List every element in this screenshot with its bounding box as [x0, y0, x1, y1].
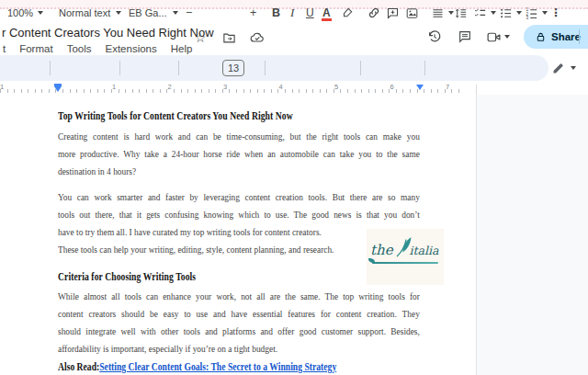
comment-history-icon[interactable]: [455, 27, 475, 47]
toolbar-separator: [265, 61, 266, 75]
toolbar-separator: [50, 61, 51, 75]
bulleted-list-icon: [499, 6, 513, 20]
cloud-saved-icon[interactable]: [247, 28, 267, 48]
chevron-down-icon: [116, 11, 121, 15]
image-icon: [405, 6, 419, 20]
ruler: 1 1234567: [0, 83, 588, 95]
plus-icon: +: [250, 6, 256, 19]
add-comment-icon: [386, 6, 400, 20]
document-canvas-background: [476, 95, 588, 375]
bulleted-list-button[interactable]: [499, 0, 522, 26]
checklist-button[interactable]: [473, 0, 496, 26]
doc-heading-1: Top Writing Tools for Content Creators Y…: [58, 108, 420, 125]
move-folder-icon[interactable]: [219, 28, 239, 48]
toolbar: [0, 55, 548, 81]
line-spacing-button[interactable]: [454, 0, 468, 26]
chevron-down-icon: [571, 66, 576, 70]
minus-icon: −: [186, 6, 192, 19]
chevron-down-icon: [491, 11, 496, 15]
italic-icon: I: [290, 6, 294, 20]
edit-pen-icon: [551, 62, 565, 75]
also-read-link[interactable]: Setting Clear Content Goals: The Secret …: [99, 361, 336, 372]
meet-video-icon[interactable]: [485, 27, 511, 47]
ruler-number: 1: [112, 83, 116, 91]
editing-mode-select[interactable]: [551, 55, 576, 81]
logo-wordmark: the italia: [370, 236, 439, 256]
more-options-button[interactable]: ⋮: [550, 0, 561, 26]
ruler-number: 4: [279, 83, 283, 91]
logo-word-the: the: [370, 244, 393, 256]
numbered-list-button[interactable]: 123: [525, 0, 548, 26]
bold-button[interactable]: B: [272, 0, 280, 26]
more-vertical-icon: ⋮: [550, 6, 561, 19]
doc-line: should integrate well with other tools a…: [58, 323, 420, 340]
doc-line: affordability is important, especially i…: [58, 340, 420, 358]
ruler-number: 3: [223, 83, 227, 91]
ruler-number: 6: [390, 83, 394, 91]
add-comment-button[interactable]: [386, 0, 400, 26]
ruler-number: 2: [168, 83, 172, 91]
left-indent-marker[interactable]: [54, 84, 62, 92]
share-button-label: Share: [551, 31, 581, 42]
text-color-button[interactable]: A: [322, 0, 331, 26]
also-read-label: Also Read:: [58, 361, 99, 372]
toolbar-separator: [119, 61, 120, 75]
underline-icon: U: [306, 6, 314, 19]
font-size-increase-button[interactable]: +: [250, 0, 256, 26]
version-history-icon[interactable]: [424, 27, 445, 47]
toolbar-separator: [424, 61, 425, 75]
chevron-down-icon: [173, 11, 178, 15]
page-edge-line: [476, 85, 477, 95]
menu-item-format[interactable]: Format: [19, 43, 52, 54]
doc-line: tools out there, that it gets confusing …: [58, 206, 420, 223]
menu-item-t[interactable]: t: [3, 43, 6, 54]
align-button[interactable]: [431, 0, 454, 26]
underline-button[interactable]: U: [306, 0, 314, 26]
svg-text:3: 3: [526, 16, 529, 20]
paragraph-style-select[interactable]: Normal text: [59, 0, 121, 26]
font-size-input[interactable]: 13: [222, 60, 244, 76]
chevron-down-icon: [542, 11, 548, 15]
menu-item-help[interactable]: Help: [171, 43, 193, 54]
doc-heading-2: Criteria for Choosing Writing Tools: [58, 268, 420, 286]
highlight-color-button[interactable]: [341, 0, 354, 26]
logo-underline: [372, 262, 438, 264]
ruler-number: 7: [446, 83, 449, 91]
document-page[interactable]: Top Writing Tools for Content Creators Y…: [0, 95, 476, 375]
doc-line: destination in 4 hours?: [58, 163, 420, 180]
doc-line: have to try them all. I have curated my …: [58, 223, 420, 241]
vitalia-logo-image[interactable]: the italia: [367, 229, 444, 285]
document-title[interactable]: r Content Creators You Need Right Now: [2, 26, 214, 40]
ruler-ticks: [0, 89, 464, 93]
menu-item-tools[interactable]: Tools: [67, 43, 92, 54]
doc-line: Creating content is hard work and can be…: [58, 128, 420, 145]
ruler-number-partial: 1: [0, 83, 4, 91]
title-action-icons: ☆: [190, 28, 267, 48]
text-color-icon: A: [322, 7, 331, 18]
italic-button[interactable]: I: [290, 0, 294, 26]
insert-image-button[interactable]: [405, 0, 419, 26]
share-button[interactable]: Share: [524, 25, 588, 49]
line-spacing-icon: [454, 6, 468, 20]
font-size-decrease-button[interactable]: −: [186, 0, 192, 26]
checklist-icon: [473, 6, 487, 20]
meet-dropdown-caret[interactable]: [504, 35, 510, 39]
menu-item-extensions[interactable]: Extensions: [105, 43, 156, 54]
insert-link-button[interactable]: [367, 0, 381, 26]
font-size-value: 13: [228, 62, 239, 74]
chevron-down-icon: [38, 11, 43, 15]
zoom-select[interactable]: 100%: [7, 0, 43, 26]
doc-line: more productive. Why take a 24-hour hors…: [58, 145, 420, 163]
also-read-line: Also Read:Setting Clear Content Goals: T…: [58, 358, 420, 375]
doc-line: You can work smarter and faster by lever…: [58, 188, 420, 206]
chevron-down-icon: [516, 11, 522, 15]
bold-icon: B: [272, 6, 280, 19]
doc-paragraph-3: These tools can help your writing, editi…: [58, 241, 420, 258]
doc-paragraph-2: You can work smarter and faster by lever…: [58, 188, 420, 241]
zoom-value: 100%: [7, 7, 33, 18]
lock-icon: [536, 32, 546, 42]
right-indent-marker[interactable]: [416, 85, 424, 90]
doc-line: While almost all tools can enhance your …: [58, 288, 420, 305]
star-icon[interactable]: ☆: [190, 28, 210, 48]
font-family-select[interactable]: EB Ga...: [129, 0, 178, 26]
